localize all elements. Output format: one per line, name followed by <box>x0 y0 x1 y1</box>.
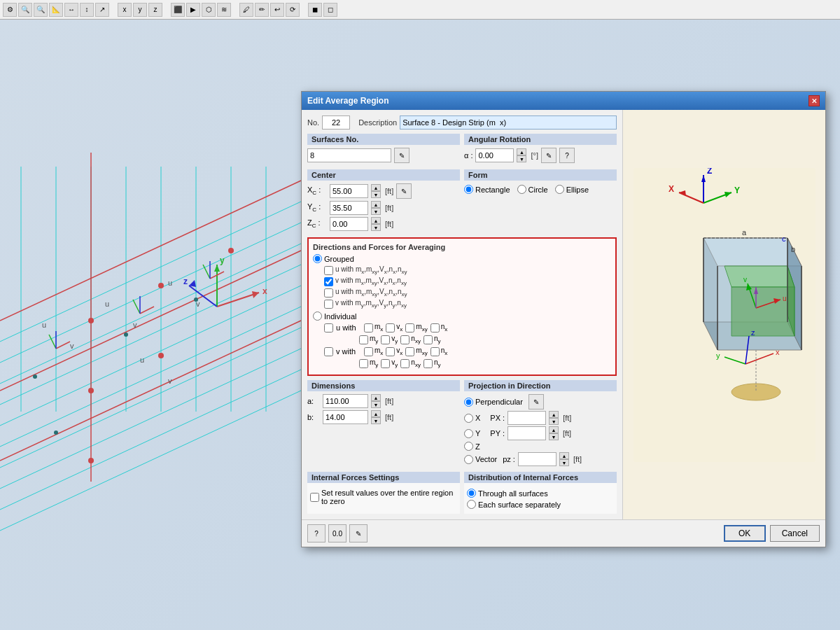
toolbar-icon-17[interactable]: ↩ <box>270 3 284 17</box>
toolbar-icon-18[interactable]: ⟳ <box>286 3 300 17</box>
py-up[interactable]: ▲ <box>549 426 559 433</box>
grouped-option[interactable]: Grouped <box>313 254 354 263</box>
toolbar-icon-14[interactable]: ≋ <box>217 3 231 17</box>
toolbar-icon-4[interactable]: 📐 <box>49 3 63 17</box>
proj-x-option[interactable]: X <box>464 414 480 423</box>
u-mx[interactable] <box>364 323 373 332</box>
proj-vector-option[interactable]: Vector <box>464 455 497 464</box>
yc-down[interactable]: ▼ <box>371 208 381 215</box>
v-vx[interactable] <box>386 347 395 356</box>
toolbar-icon-5[interactable]: ↔ <box>64 3 78 17</box>
grouped-check-2[interactable] <box>324 277 333 286</box>
u-nxy[interactable] <box>400 335 410 344</box>
v-check[interactable] <box>324 347 333 356</box>
a-field[interactable] <box>323 394 368 408</box>
form-rectangle-radio[interactable] <box>464 185 473 194</box>
calc-button[interactable]: 0.0 <box>328 524 346 542</box>
proj-vector-radio[interactable] <box>464 455 473 464</box>
grouped-check-4[interactable] <box>324 300 333 309</box>
v-mxy[interactable] <box>405 347 414 356</box>
u-my[interactable] <box>359 335 368 344</box>
b-down[interactable]: ▼ <box>371 417 381 424</box>
toolbar-icon-11[interactable]: ⬛ <box>171 3 185 17</box>
a-down[interactable]: ▼ <box>371 401 381 408</box>
proj-pick[interactable]: ✎ <box>528 394 544 410</box>
form-ellipse-radio[interactable] <box>555 185 564 194</box>
proj-perpendicular-radio[interactable] <box>464 398 473 407</box>
pz-up[interactable]: ▲ <box>559 452 569 459</box>
proj-x-radio[interactable] <box>464 414 473 423</box>
description-field[interactable] <box>400 115 617 130</box>
help-button[interactable]: ? <box>307 524 326 542</box>
xc-down[interactable]: ▼ <box>371 191 381 198</box>
u-ny[interactable] <box>424 335 433 344</box>
set-result-checkbox[interactable] <box>310 493 319 502</box>
alpha-up-btn[interactable]: ▲ <box>517 148 526 155</box>
xc-up[interactable]: ▲ <box>371 184 381 191</box>
zc-up[interactable]: ▲ <box>371 217 381 224</box>
xc-field[interactable] <box>330 184 368 198</box>
toolbar-icon-12[interactable]: ▶ <box>186 3 200 17</box>
proj-pz-field[interactable] <box>518 452 556 466</box>
proj-z-option[interactable]: Z <box>464 442 480 451</box>
v-vy[interactable] <box>381 359 390 368</box>
form-ellipse-option[interactable]: Ellipse <box>555 185 589 194</box>
form-circle-option[interactable]: Circle <box>517 185 548 194</box>
form-rectangle-option[interactable]: Rectangle <box>464 185 510 194</box>
proj-y-radio[interactable] <box>464 429 473 438</box>
v-mx[interactable] <box>364 347 373 356</box>
no-field[interactable] <box>322 115 350 130</box>
cancel-button[interactable]: Cancel <box>770 525 820 542</box>
v-ny[interactable] <box>424 359 433 368</box>
px-down[interactable]: ▼ <box>549 418 559 425</box>
toolbar-icon-16[interactable]: ✏ <box>255 3 269 17</box>
toolbar-icon-8[interactable]: x <box>118 3 132 17</box>
xc-pick[interactable]: ✎ <box>396 183 412 199</box>
zc-down[interactable]: ▼ <box>371 224 381 231</box>
yc-up[interactable]: ▲ <box>371 201 381 208</box>
proj-z-radio[interactable] <box>464 442 473 451</box>
u-mxy[interactable] <box>405 323 414 332</box>
close-button[interactable]: ✕ <box>808 95 820 106</box>
toolbar-icon-1[interactable]: ⚙ <box>3 3 17 17</box>
v-nxy[interactable] <box>400 359 410 368</box>
toolbar-icon-20[interactable]: ◻ <box>323 3 337 17</box>
u-vy[interactable] <box>381 335 390 344</box>
each-surface-option[interactable]: Each surface separately <box>467 500 561 509</box>
toolbar-icon-2[interactable]: 🔍 <box>18 3 32 17</box>
toolbar-icon-7[interactable]: ↗ <box>95 3 109 17</box>
individual-radio[interactable] <box>313 312 322 321</box>
a-up[interactable]: ▲ <box>371 394 381 401</box>
through-all-radio[interactable] <box>467 489 476 498</box>
b-field[interactable] <box>323 410 368 424</box>
py-down[interactable]: ▼ <box>549 433 559 440</box>
set-result-option[interactable]: Set result values over the entire region… <box>310 489 457 505</box>
ok-button[interactable]: OK <box>724 525 766 542</box>
pz-down[interactable]: ▼ <box>559 459 569 466</box>
alpha-field[interactable] <box>475 148 514 162</box>
toolbar-icon-3[interactable]: 🔍 <box>34 3 48 17</box>
b-up[interactable]: ▲ <box>371 410 381 417</box>
toolbar-icon-13[interactable]: ⬡ <box>202 3 216 17</box>
u-vx[interactable] <box>386 323 395 332</box>
proj-px-field[interactable] <box>507 411 546 425</box>
surfaces-no-field[interactable] <box>307 148 391 162</box>
form-circle-radio[interactable] <box>517 185 526 194</box>
alpha-pick-btn[interactable]: ✎ <box>541 148 556 163</box>
alpha-down-btn[interactable]: ▼ <box>517 155 526 162</box>
v-nx[interactable] <box>430 347 440 356</box>
grouped-check-3[interactable] <box>324 288 333 298</box>
v-my[interactable] <box>359 359 368 368</box>
individual-option[interactable]: Individual <box>313 312 356 321</box>
each-surface-radio[interactable] <box>467 500 476 509</box>
grouped-radio[interactable] <box>313 254 322 263</box>
proj-perpendicular-option[interactable]: Perpendicular <box>464 398 523 407</box>
toolbar-icon-15[interactable]: 🖊 <box>239 3 253 17</box>
u-nx[interactable] <box>430 323 440 332</box>
toolbar-icon-10[interactable]: z <box>148 3 162 17</box>
yc-field[interactable] <box>330 201 368 215</box>
u-check[interactable] <box>324 323 333 332</box>
px-up[interactable]: ▲ <box>549 411 559 418</box>
toolbar-icon-6[interactable]: ↕ <box>80 3 94 17</box>
surfaces-pick-button[interactable]: ✎ <box>394 148 410 163</box>
